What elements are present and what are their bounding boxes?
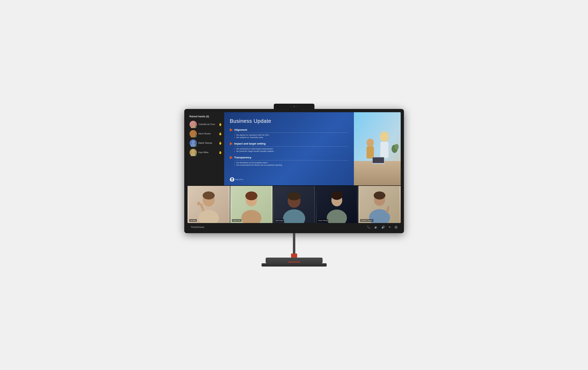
section-divider [234, 133, 348, 133]
list-item: Aaron Buxton ✋ [189, 130, 222, 137]
video-cell: Charles Cooper [358, 186, 401, 223]
close-icon[interactable]: ✕ [388, 226, 391, 229]
svg-point-8 [231, 178, 233, 180]
svg-point-35 [331, 191, 342, 200]
video-grid: Tia May [188, 185, 401, 223]
participant-video-karen [316, 186, 358, 223]
section-bullets: We developed our first progress report. … [234, 162, 348, 166]
slide-scene-svg [354, 112, 401, 185]
phone-icon[interactable]: 📞 [367, 226, 371, 229]
video-cell: Tia May [188, 186, 230, 223]
presentation-area: Business Update Alignment We aligned our… [224, 112, 401, 185]
raise-hand-icon: ✋ [219, 132, 222, 135]
volume-up-icon[interactable]: 🔊 [381, 226, 385, 229]
volume-down-icon[interactable]: 🔉 [374, 226, 378, 229]
participant-name: Charlotte de Crum [199, 123, 217, 125]
bullet-item: We conducted an initial impact measureme… [234, 148, 348, 150]
video-cell: Karen Wong [316, 186, 358, 223]
svg-point-11 [380, 131, 389, 142]
raise-hand-icon: ✋ [219, 151, 222, 154]
video-participant-name: Matt Davis [274, 219, 284, 222]
monitor-bezel: Raised hands (4) Charlotte de Crum ✋ [184, 109, 404, 233]
triangle-icon [230, 156, 233, 159]
online-status [195, 145, 197, 147]
participant-name: Kayo Miwa [199, 151, 217, 154]
video-background [273, 186, 315, 223]
monitor-bottom-bar: ThinkVision 📞 🔉 🔊 ✕ ⏻ [188, 223, 401, 231]
screen: Raised hands (4) Charlotte de Crum ✋ [188, 112, 401, 223]
video-background [230, 186, 273, 223]
video-participant-name: Karen Wong [317, 219, 328, 222]
section-title: Impact and target setting [234, 142, 266, 145]
video-cell: Claire Doe [230, 186, 273, 223]
svg-rect-10 [354, 161, 401, 185]
sidebar: Raised hands (4) Charlotte de Crum ✋ [188, 112, 224, 185]
avatar-wrap [189, 139, 197, 147]
slide-title: Business Update [230, 118, 348, 124]
svg-point-39 [374, 191, 385, 199]
svg-point-6 [192, 150, 195, 153]
slide-logo: Marchio [230, 177, 243, 182]
avatar-wrap [189, 149, 197, 156]
avatar-wrap [189, 121, 197, 128]
svg-point-18 [395, 144, 399, 150]
stand-neck [293, 233, 295, 254]
slide-content: Business Update Alignment We aligned our… [224, 112, 354, 185]
video-background [316, 186, 358, 223]
top-section: Raised hands (4) Charlotte de Crum ✋ [188, 112, 401, 185]
monitor-wrapper: Raised hands (4) Charlotte de Crum ✋ [182, 104, 406, 267]
camera-indicator-2 [297, 106, 298, 107]
raise-hand-icon: ✋ [219, 142, 222, 145]
svg-rect-12 [380, 142, 388, 158]
video-participant-name: Tia May [189, 219, 197, 222]
participant-video-charles [358, 186, 401, 223]
participant-video-matt [273, 186, 315, 223]
bullet-item: We aligned our operations with the SDG. [234, 134, 348, 136]
participant-video-tia [188, 186, 230, 223]
svg-point-24 [197, 201, 200, 206]
video-background [188, 186, 230, 223]
slide-image [354, 112, 401, 185]
svg-point-0 [192, 122, 195, 125]
svg-point-2 [192, 131, 195, 134]
online-status [195, 136, 197, 137]
slide-section-transparency: Transparency We developed our first prog… [230, 156, 348, 166]
list-item: Babek Shamas ✋ [189, 139, 222, 147]
list-item: Kayo Miwa ✋ [189, 149, 222, 156]
section-bullets: We aligned our operations with the SDG. … [234, 134, 348, 138]
section-divider [234, 146, 348, 147]
video-participant-name: Charles Cooper [360, 219, 373, 222]
stand-base [266, 257, 323, 263]
stand-base-foot [262, 263, 327, 267]
camera-lens [293, 105, 295, 108]
raise-hand-icon: ✋ [219, 123, 222, 126]
triangle-icon [230, 142, 233, 145]
controls-row: 📞 🔉 🔊 ✕ ⏻ [367, 226, 398, 229]
online-status [195, 154, 197, 156]
bullet-item: We updated our materiality study. [234, 136, 348, 138]
svg-point-21 [203, 191, 215, 199]
brand-name: ThinkVision [191, 226, 205, 228]
svg-point-4 [192, 141, 195, 144]
bullet-item: We joined the Target Gender Equality ini… [234, 150, 348, 152]
video-participant-name: Claire Doe [232, 219, 242, 222]
slide-section-alignment: Alignment We aligned our operations with… [230, 128, 348, 139]
bullet-item: We developed our first progress report. [234, 162, 348, 164]
camera-indicator [290, 106, 292, 107]
svg-point-27 [245, 191, 257, 200]
avatar-wrap [189, 130, 197, 137]
svg-point-13 [367, 139, 374, 147]
power-icon[interactable]: ⏻ [395, 226, 398, 229]
svg-rect-14 [367, 146, 374, 159]
section-title: Alignment [234, 128, 247, 131]
participant-video-claire [230, 186, 273, 223]
logo-icon [230, 177, 234, 182]
slide-section-impact: Impact and target setting We conducted a… [230, 142, 348, 153]
section-header: Impact and target setting [230, 142, 348, 145]
camera-bar [274, 104, 315, 109]
bullet-item: We incorporated ESG factors into our qua… [234, 164, 348, 166]
logo-text: Marchio [236, 178, 243, 181]
list-item: Charlotte de Crum ✋ [189, 121, 222, 128]
raised-hands-title: Raised hands (4) [189, 115, 222, 118]
section-bullets: We conducted an initial impact measureme… [234, 148, 348, 152]
